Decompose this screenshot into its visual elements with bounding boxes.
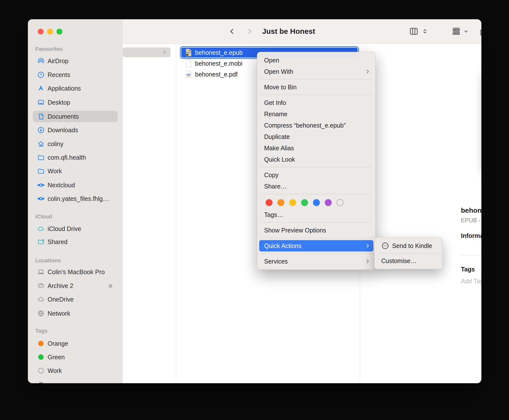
no-tag-swatch[interactable] bbox=[337, 199, 344, 206]
menu-item-services[interactable]: Services bbox=[257, 256, 375, 267]
menu-item-quick-look[interactable]: Quick Look bbox=[257, 154, 375, 165]
menu-item-move-to-bin[interactable]: Move to Bin bbox=[257, 81, 375, 93]
menu-item-duplicate[interactable]: Duplicate bbox=[257, 131, 375, 142]
green-tag-icon bbox=[37, 353, 45, 361]
file-name: behonest_e.epub bbox=[195, 49, 243, 56]
sidebar-item-label: Work bbox=[48, 367, 62, 374]
menu-separator bbox=[261, 194, 372, 194]
document-icon bbox=[37, 113, 45, 120]
sidebar-item-work-folder[interactable]: Work bbox=[33, 165, 118, 177]
menu-item-show-preview-options[interactable]: Show Preview Options bbox=[257, 225, 375, 236]
airdrop-icon bbox=[37, 57, 45, 65]
forward-button[interactable] bbox=[244, 26, 255, 37]
chevron-right-icon bbox=[365, 259, 370, 264]
sidebar-item-tag-green[interactable]: Green bbox=[33, 351, 118, 363]
menu-item-tags[interactable]: Tags… bbox=[257, 209, 375, 220]
menu-item-open-with[interactable]: Open With bbox=[257, 66, 375, 77]
column-view-icon[interactable] bbox=[408, 25, 420, 37]
menu-item-open[interactable]: Open bbox=[257, 55, 375, 66]
sidebar-item-nextcloud[interactable]: Nextcloud bbox=[33, 179, 118, 191]
sidebar-item-com-qfi-health[interactable]: com.qfi.health bbox=[33, 152, 118, 163]
parent-folder-row[interactable] bbox=[123, 47, 171, 57]
file-name: behonest_e.pdf bbox=[195, 71, 237, 78]
menu-item-compress[interactable]: Compress “behonest_e.epub” bbox=[257, 120, 375, 131]
submenu-separator bbox=[379, 253, 438, 253]
sidebar-item-home[interactable]: coliny bbox=[33, 138, 118, 150]
sidebar-item-archive-2[interactable]: Archive 2 bbox=[33, 280, 118, 291]
menu-item-quick-actions[interactable]: Quick Actions bbox=[259, 240, 373, 251]
back-button[interactable] bbox=[226, 26, 238, 37]
work-tag-icon bbox=[37, 367, 45, 374]
sidebar-item-label: Orange bbox=[48, 340, 68, 347]
sidebar-item-label: Green bbox=[48, 354, 65, 361]
submenu-item-label: Send to Kindle bbox=[392, 242, 432, 249]
sidebar-item-label: Desktop bbox=[48, 99, 70, 106]
quick-actions-submenu: Send to Kindle Customise… bbox=[374, 237, 442, 269]
sidebar-item-label: iCloud Drive bbox=[48, 225, 81, 232]
view-selector-chevrons-icon[interactable] bbox=[422, 28, 428, 35]
sidebar-item-airdrop[interactable]: AirDrop bbox=[33, 55, 118, 67]
chevron-right-icon bbox=[162, 50, 167, 55]
epub-file-icon bbox=[184, 48, 193, 57]
sidebar-item-recents[interactable]: Recents bbox=[33, 69, 118, 80]
menu-item-label: Duplicate bbox=[264, 133, 370, 140]
sidebar-item-tag-orange[interactable]: Orange bbox=[33, 338, 118, 349]
purple-tag-swatch[interactable] bbox=[325, 199, 332, 206]
sidebar-item-onedrive[interactable]: OneDrive bbox=[33, 294, 118, 305]
window-title: Just be Honest bbox=[262, 27, 315, 36]
sidebar-item-label: Recents bbox=[48, 71, 70, 78]
sidebar-item-network[interactable]: Network bbox=[33, 308, 118, 319]
red-tag-swatch[interactable] bbox=[266, 199, 273, 206]
menu-item-share[interactable]: Share… bbox=[257, 181, 375, 192]
group-by-icon[interactable] bbox=[450, 25, 462, 37]
chevron-right-icon bbox=[365, 69, 370, 74]
sidebar-item-tag-work[interactable]: Work bbox=[33, 365, 118, 376]
close-window-button[interactable] bbox=[38, 29, 44, 35]
yellow-tag-swatch[interactable] bbox=[289, 199, 296, 206]
mobi-file-icon bbox=[184, 59, 193, 68]
sidebar-item-macbook-pro[interactable]: Colin’s MacBook Pro bbox=[33, 266, 118, 278]
menu-item-rename[interactable]: Rename bbox=[257, 108, 375, 120]
share-icon[interactable] bbox=[477, 25, 481, 37]
sidebar-item-tag-partial[interactable] bbox=[33, 379, 118, 383]
group-by-chevron-icon[interactable] bbox=[463, 28, 469, 35]
finder-window: Favourites AirDrop Recents Applications bbox=[28, 19, 481, 383]
column-divider[interactable] bbox=[176, 44, 176, 383]
sidebar-item-icloud-drive[interactable]: iCloud Drive bbox=[33, 223, 118, 234]
menu-item-copy[interactable]: Copy bbox=[257, 169, 375, 181]
preview-pane: JUST BE HONEST How to Worship through Te… bbox=[455, 44, 481, 383]
submenu-item-send-to-kindle[interactable]: Send to Kindle bbox=[375, 240, 442, 252]
menu-item-label: Rename bbox=[264, 111, 370, 118]
sidebar-item-shared[interactable]: Shared bbox=[33, 236, 118, 248]
sidebar-item-label: OneDrive bbox=[48, 296, 74, 303]
ellipsis-circle-icon bbox=[479, 356, 481, 383]
eject-icon[interactable] bbox=[107, 283, 114, 289]
add-tags-field[interactable]: Add Tags… bbox=[461, 278, 481, 285]
sidebar-item-colin-yates-files[interactable]: colin.yates_files.fhlg… bbox=[33, 193, 118, 204]
menu-item-make-alias[interactable]: Make Alias bbox=[257, 142, 375, 154]
sidebar-item-desktop[interactable]: Desktop bbox=[33, 97, 118, 108]
menu-item-get-info[interactable]: Get Info bbox=[257, 97, 375, 108]
sidebar-item-label: colin.yates_files.fhlg… bbox=[48, 195, 109, 202]
menu-item-label: Quick Look bbox=[264, 156, 370, 163]
quick-action-send-to-kindle-button[interactable]: Send toKindle bbox=[479, 356, 481, 383]
orange-tag-swatch[interactable] bbox=[277, 199, 284, 206]
menu-item-label: Quick Actions bbox=[264, 242, 365, 249]
sidebar-item-applications[interactable]: Applications bbox=[33, 83, 118, 94]
menu-item-label: Get Info bbox=[264, 99, 370, 106]
minimize-window-button[interactable] bbox=[47, 29, 53, 35]
sidebar-item-downloads[interactable]: Downloads bbox=[33, 124, 118, 136]
sidebar-item-label: com.qfi.health bbox=[48, 154, 86, 161]
sidebar-section-icloud: iCloud bbox=[35, 213, 117, 220]
sidebar-item-documents[interactable]: Documents bbox=[33, 111, 118, 122]
external-drive-icon bbox=[37, 282, 45, 289]
blue-tag-swatch[interactable] bbox=[313, 199, 320, 206]
green-tag-swatch[interactable] bbox=[301, 199, 308, 206]
sidebar-item-label: coliny bbox=[48, 140, 63, 148]
nextcloud-icon bbox=[37, 181, 45, 189]
submenu-item-customise[interactable]: Customise… bbox=[375, 255, 442, 267]
cloud-icon bbox=[37, 296, 45, 303]
menu-separator bbox=[261, 238, 372, 238]
menu-separator bbox=[261, 167, 372, 167]
zoom-window-button[interactable] bbox=[56, 29, 62, 35]
